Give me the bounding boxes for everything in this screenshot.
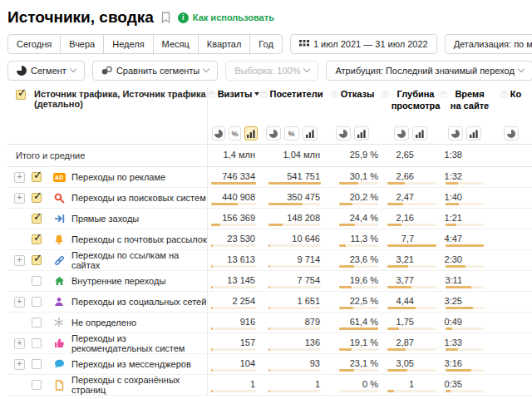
row-label[interactable]: Переходы из рекомендательных систем: [71, 333, 207, 353]
attribution-dropdown[interactable]: Атрибуция: Последний значимый переход: [326, 61, 532, 81]
row-checkbox[interactable]: [32, 297, 42, 307]
row-checkbox[interactable]: [32, 380, 42, 390]
period-tab[interactable]: Вчера: [60, 34, 104, 54]
metric-info-icon: ?: [440, 91, 447, 98]
column-header[interactable]: ?Глубина просмотра: [382, 86, 440, 123]
row-expander[interactable]: +: [14, 255, 25, 266]
metric-cell: 1:40: [440, 188, 490, 208]
pie-toggle-icon[interactable]: [336, 126, 351, 140]
column-header[interactable]: ?Посетители: [259, 86, 323, 123]
row-label[interactable]: Переходы по рекламе: [71, 172, 165, 182]
row-checkbox[interactable]: [32, 255, 42, 265]
row-label[interactable]: Переходы по ссылкам на сайтах: [71, 250, 207, 270]
metric-value: 157: [240, 337, 259, 347]
row-dimension-cell: Не определено: [7, 313, 207, 332]
metric-bar: [446, 348, 458, 351]
metric-info-icon: ?: [208, 91, 215, 98]
select-all-checkbox[interactable]: [16, 90, 26, 100]
segment-button[interactable]: Сегмент: [7, 61, 85, 81]
period-tab[interactable]: Год: [249, 34, 283, 54]
period-tab[interactable]: Квартал: [198, 34, 251, 54]
row-checkbox[interactable]: [32, 214, 42, 224]
metric-bar-track: [268, 224, 321, 226]
pie-toggle-icon[interactable]: [266, 126, 281, 140]
row-checkbox[interactable]: [32, 234, 42, 244]
metric-bar: [268, 286, 270, 288]
row-checkbox[interactable]: [32, 172, 42, 182]
row-checkbox[interactable]: [32, 359, 42, 369]
date-range-button[interactable]: 1 июл 2021 — 31 июл 2022: [290, 34, 437, 54]
row-expander[interactable]: +: [14, 359, 25, 370]
row-label[interactable]: Переходы из социальных сетей: [71, 297, 206, 307]
metric-bar-track: [211, 244, 256, 247]
row-label[interactable]: Переходы из поисковых систем: [71, 193, 206, 203]
column-header[interactable]: ?Визиты: [207, 86, 259, 123]
row-expander[interactable]: +: [14, 193, 25, 204]
detalization-label: Детализация: по месяцам: [454, 39, 532, 49]
bar-toggle-icon[interactable]: [303, 126, 318, 140]
table-row: +ADПереходы по рекламе746 334541 75130,1…: [7, 167, 532, 188]
compare-segments-button[interactable]: Сравнить сегменты: [92, 61, 218, 81]
period-tab[interactable]: Месяц: [153, 34, 199, 54]
metric-cell: 541 751: [259, 167, 323, 187]
bar-toggle-icon[interactable]: [354, 126, 369, 140]
metric-bar: [268, 307, 270, 309]
row-checkbox[interactable]: [32, 276, 42, 286]
metric-cell: 3:11: [440, 271, 490, 291]
bar-toggle-icon[interactable]: [244, 126, 258, 140]
metric-bar-track: [446, 203, 484, 205]
column-header[interactable]: ?Ко: [490, 86, 532, 123]
metric-value: 2:30: [445, 254, 490, 264]
pie-toggle-icon[interactable]: [394, 126, 409, 140]
row-label[interactable]: Внутренние переходы: [71, 276, 165, 286]
row-label[interactable]: Переходы с почтовых рассылок: [71, 234, 207, 244]
metric-value: 1:21: [445, 213, 490, 223]
pie-toggle-icon[interactable]: [448, 126, 463, 140]
period-tab[interactable]: Неделя: [103, 34, 153, 54]
row-expander[interactable]: +: [14, 297, 25, 308]
percent-toggle-icon[interactable]: %: [229, 126, 242, 140]
metric-bar: [268, 265, 270, 268]
row-checkbox[interactable]: [32, 318, 42, 328]
search-icon: [52, 192, 66, 204]
metric-value: 19,1 %: [350, 337, 382, 347]
pie-toggle-icon[interactable]: [212, 126, 225, 140]
row-label[interactable]: Переходы из мессенджеров: [71, 359, 191, 369]
row-label[interactable]: Прямые заходы: [71, 214, 139, 224]
metric-bar-track: [268, 286, 321, 288]
how-to-use-link[interactable]: Как использовать: [193, 12, 274, 22]
bar-toggle-icon[interactable]: [412, 126, 427, 140]
detalization-dropdown[interactable]: Детализация: по месяцам: [445, 34, 532, 54]
metric-bar-track: [387, 286, 436, 288]
column-header[interactable]: ?Время на сайте: [440, 86, 490, 123]
metric-bar: [387, 203, 403, 205]
sampling-dropdown[interactable]: Выборка: 100%: [225, 61, 318, 81]
page-icon: [52, 379, 66, 391]
metric-value: 440 908: [222, 192, 259, 202]
table-row: +Переходы из социальных сетей2 2541 6512…: [7, 292, 532, 313]
metric-bar-track: [339, 307, 378, 309]
chart-type-toggles: [323, 123, 382, 144]
metric-value: 1: [315, 379, 323, 389]
period-tab[interactable]: Сегодня: [7, 34, 61, 54]
row-dimension-cell: +Переходы по ссылкам на сайтах: [7, 250, 207, 270]
row-expander[interactable]: +: [14, 338, 25, 349]
row-expander[interactable]: +: [14, 172, 25, 183]
metric-bar-track: [268, 328, 321, 330]
row-checkbox[interactable]: [32, 338, 42, 348]
percent-toggle-icon[interactable]: %: [284, 126, 299, 140]
bar-toggle-icon[interactable]: [466, 126, 481, 140]
metric-bar-track: [387, 369, 436, 372]
column-header[interactable]: ?Отказы: [323, 86, 382, 123]
pie-toggle-icon[interactable]: [504, 126, 519, 140]
metric-bar: [211, 307, 213, 309]
metric-cell: 19,1 %: [323, 333, 382, 353]
metric-bar-track: [387, 348, 436, 351]
metric-bar: [339, 203, 352, 205]
metric-value: 350 475: [287, 192, 323, 202]
row-checkbox[interactable]: [32, 193, 42, 203]
row-label[interactable]: Не определено: [71, 318, 136, 328]
metric-bar-track: [339, 265, 378, 268]
bookmark-icon[interactable]: [161, 12, 170, 23]
row-label[interactable]: Переходы с сохранённых страниц: [71, 375, 207, 395]
